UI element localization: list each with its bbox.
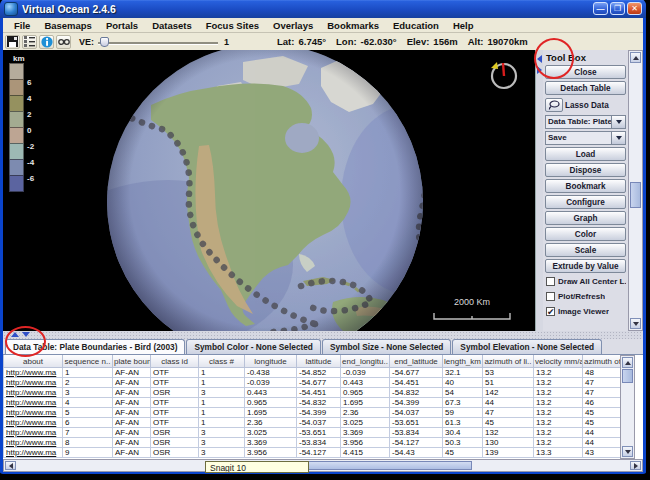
lasso-icon [548, 100, 560, 110]
map-table-splitter[interactable] [3, 331, 643, 339]
column-header-plate-bound[interactable]: plate bound.. [113, 355, 151, 368]
toolbox-button-detach-table[interactable]: Detach Table [545, 81, 626, 95]
toolbox-button-dispose[interactable]: Dispose [545, 163, 626, 177]
elevation-colorbar: km 6420-2-4-6 [9, 54, 25, 192]
column-header-length-km[interactable]: length_km [443, 355, 483, 368]
table-row[interactable]: http://www.ma9AF-ANOSR33.956-54.1274.415… [4, 448, 621, 458]
toolbox-button-graph[interactable]: Graph [545, 211, 626, 225]
lasso-button[interactable] [545, 98, 563, 112]
column-header-longitude[interactable]: longitude [245, 355, 297, 368]
column-header-azimuth-of-li[interactable]: azimuth of li.. [483, 355, 534, 368]
toolbox-checkbox-plot-refresh[interactable]: Plot/Refresh [545, 290, 626, 303]
about-link[interactable]: http://www.ma [4, 428, 63, 438]
menu-portals[interactable]: Portals [99, 20, 145, 31]
ve-slider[interactable] [98, 36, 218, 48]
table-row[interactable]: http://www.ma7AF-ANOSR33.025-53.6513.369… [4, 428, 621, 438]
globe[interactable] [3, 50, 535, 331]
about-link[interactable]: http://www.ma [4, 378, 63, 388]
toolbox-button-bookmark[interactable]: Bookmark [545, 179, 626, 193]
compass[interactable] [487, 58, 521, 96]
toolbox-button-configure[interactable]: Configure [545, 195, 626, 209]
menu-help[interactable]: Help [446, 20, 481, 31]
table-hscrollbar[interactable] [3, 459, 643, 472]
table-vscrollbar[interactable] [620, 355, 635, 459]
column-header-class-id[interactable]: class id [151, 355, 199, 368]
minimize-button[interactable]: — [593, 2, 608, 15]
column-header-class[interactable]: class # [199, 355, 245, 368]
about-link[interactable]: http://www.ma [4, 388, 63, 398]
toolbox-checkbox-draw-all-center-l[interactable]: Draw All Center L... [545, 275, 626, 288]
menu-education[interactable]: Education [386, 20, 446, 31]
cell: -53.651 [390, 418, 443, 428]
save-button[interactable] [5, 35, 20, 49]
chevron-down-icon[interactable] [611, 132, 625, 144]
table-row[interactable]: http://www.ma6AF-ANOTF12.36-54.0373.025-… [4, 418, 621, 428]
column-header-azimuth-of-v[interactable]: azimuth of v.. [583, 355, 621, 368]
menu-basemaps[interactable]: Basemaps [37, 20, 99, 31]
chevron-down-icon[interactable] [611, 116, 625, 128]
column-header-end-latitude[interactable]: end_latitude [390, 355, 443, 368]
table-row[interactable]: http://www.ma3AF-ANOSR30.443-54.4510.965… [4, 388, 621, 398]
tab-symbol-elevation-none-selected[interactable]: Symbol Elevation - None Selected [452, 339, 602, 354]
table-row[interactable]: http://www.ma8AF-ANOSR33.369-53.8343.956… [4, 438, 621, 448]
toolbox-button-color[interactable]: Color [545, 227, 626, 241]
cell: 13.2 [534, 438, 583, 448]
main-area: km 6420-2-4-6 2000 Km [3, 50, 643, 331]
about-link[interactable]: http://www.ma [4, 368, 63, 378]
table-row[interactable]: http://www.ma5AF-ANOTF11.695-54.3992.36-… [4, 408, 621, 418]
menu-overlays[interactable]: Overlays [266, 20, 320, 31]
table-row[interactable]: http://www.ma4AF-ANOTF10.965-54.8321.695… [4, 398, 621, 408]
toolbox-button-scale[interactable]: Scale [545, 243, 626, 257]
about-link[interactable]: http://www.ma [4, 408, 63, 418]
title-bar[interactable]: Virtual Ocean 2.4.6 — ❐ ✕ [0, 0, 646, 18]
toolbox-button-load[interactable]: Load [545, 147, 626, 161]
scroll-right-icon[interactable] [630, 461, 641, 470]
globe-viewport[interactable]: km 6420-2-4-6 2000 Km [3, 50, 535, 331]
toolbox-scroll-thumb[interactable] [630, 182, 641, 208]
status-label-lat: Lat: [277, 36, 294, 47]
column-header-sequence-n[interactable]: sequence n.. [63, 355, 113, 368]
menu-bookmarks[interactable]: Bookmarks [320, 20, 386, 31]
about-link[interactable]: http://www.ma [4, 448, 63, 458]
column-header-about[interactable]: about [4, 355, 63, 368]
checkbox-icon[interactable]: ✔ [546, 307, 555, 316]
cell: 4 [63, 398, 113, 408]
table-vscroll-thumb[interactable] [622, 369, 633, 383]
tab-symbol-color-none-selected[interactable]: Symbol Color - None Selected [186, 339, 320, 354]
about-link[interactable]: http://www.ma [4, 418, 63, 428]
scroll-up-icon[interactable] [630, 52, 641, 63]
toolbox-scrollbar[interactable] [628, 50, 643, 331]
menu-datasets[interactable]: Datasets [145, 20, 199, 31]
scroll-left-icon[interactable] [5, 461, 16, 470]
menu-focus-sites[interactable]: Focus Sites [199, 20, 266, 31]
stereo-view-button[interactable] [56, 35, 71, 49]
toolbox-checkbox-image-viewer[interactable]: ✔Image Viewer [545, 305, 626, 318]
toolbox-dropdown-save[interactable]: Save [545, 131, 626, 145]
column-header-end-longitu[interactable]: end_longitu.. [341, 355, 390, 368]
slider-thumb[interactable] [100, 37, 109, 47]
layer-manager-button[interactable] [22, 35, 37, 49]
cell: 8 [63, 438, 113, 448]
cell: 7 [63, 428, 113, 438]
column-header-latitude[interactable]: latitude [297, 355, 341, 368]
info-button[interactable] [39, 35, 54, 49]
toolbox-button-extrude-by-value[interactable]: Extrude by Value [545, 259, 626, 273]
tab-symbol-size-none-selected[interactable]: Symbol Size - None Selected [322, 339, 451, 354]
checkbox-icon[interactable] [546, 277, 555, 286]
table-row[interactable]: http://www.ma2AF-ANOTF1-0.039-54.6770.44… [4, 378, 621, 388]
scroll-down-icon[interactable] [622, 446, 633, 457]
scroll-up-icon[interactable] [622, 357, 633, 368]
cell: 4.415 [341, 448, 390, 458]
about-link[interactable]: http://www.ma [4, 398, 63, 408]
maximize-button[interactable]: ❐ [610, 2, 625, 15]
toolbox-dropdown-data-table-plate[interactable]: Data Table: Plate... [545, 115, 626, 129]
map-toolbox-splitter[interactable] [535, 50, 543, 331]
column-header-velocity-mm-a[interactable]: velocity mm/a [534, 355, 583, 368]
menu-file[interactable]: File [7, 20, 37, 31]
about-link[interactable]: http://www.ma [4, 438, 63, 448]
table-row[interactable]: http://www.ma1AF-ANOTF1-0.438-54.852-0.0… [4, 368, 621, 378]
snagit-tooltip: Snagit 10 [205, 461, 309, 473]
checkbox-icon[interactable] [546, 292, 555, 301]
close-button[interactable]: ✕ [627, 2, 642, 15]
scroll-down-icon[interactable] [630, 318, 641, 329]
